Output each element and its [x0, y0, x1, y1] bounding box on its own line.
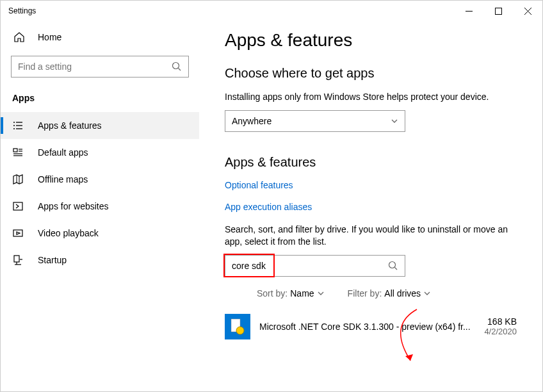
- nav-label: Apps for websites: [38, 201, 109, 211]
- svg-rect-20: [13, 230, 22, 236]
- apps-heading: Apps & features: [225, 155, 517, 170]
- map-icon: [12, 174, 24, 185]
- websites-icon: [12, 200, 24, 212]
- chevron-down-icon: [423, 290, 431, 297]
- default-icon: [12, 147, 24, 158]
- app-name: Microsoft .NET Core SDK 3.1.300 - previe…: [259, 322, 484, 332]
- svg-point-26: [389, 261, 396, 268]
- chevron-down-icon: [317, 290, 325, 297]
- find-setting-search[interactable]: [11, 56, 189, 78]
- dropdown-value: Anywhere: [232, 116, 391, 126]
- window-title: Settings: [8, 6, 36, 15]
- filter-label: Filter by:: [348, 288, 382, 298]
- home-icon: [13, 31, 25, 43]
- app-info: Microsoft .NET Core SDK 3.1.300 - previe…: [259, 322, 484, 332]
- svg-rect-12: [13, 149, 17, 152]
- home-label: Home: [38, 32, 61, 42]
- window-controls: [454, 1, 542, 21]
- filter-value: All drives: [384, 288, 421, 298]
- sort-by-control[interactable]: Sort by: Name: [257, 288, 325, 298]
- nav-label: Startup: [38, 255, 67, 265]
- svg-marker-21: [17, 232, 20, 234]
- nav-label: Offline maps: [38, 174, 88, 184]
- svg-rect-1: [495, 8, 501, 14]
- svg-rect-19: [13, 202, 22, 210]
- svg-rect-22: [14, 256, 19, 262]
- chevron-down-icon: [391, 117, 398, 125]
- content-area: Home Apps Apps & features Default apps O…: [1, 21, 542, 391]
- choose-description: Installing apps only from Windows Store …: [225, 91, 517, 104]
- maximize-button[interactable]: [483, 1, 513, 21]
- nav-offline-maps[interactable]: Offline maps: [1, 166, 199, 193]
- svg-line-27: [395, 267, 398, 270]
- svg-rect-31: [238, 329, 242, 332]
- sort-value: Name: [290, 288, 314, 298]
- nav-label: Apps & features: [38, 120, 102, 131]
- search-icon: [172, 61, 182, 72]
- app-list-item[interactable]: Microsoft .NET Core SDK 3.1.300 - previe…: [225, 310, 517, 343]
- app-icon: [225, 314, 250, 339]
- page-title: Apps & features: [225, 30, 517, 51]
- app-meta: 168 KB 4/2/2020: [484, 316, 517, 336]
- close-icon: [524, 8, 531, 15]
- nav-label: Video playback: [38, 228, 99, 238]
- source-dropdown[interactable]: Anywhere: [225, 110, 405, 132]
- app-date: 4/2/2020: [484, 327, 517, 336]
- choose-heading: Choose where to get apps: [225, 66, 517, 81]
- minimize-button[interactable]: [454, 1, 483, 21]
- search-icon: [388, 261, 398, 271]
- search-help-text: Search, sort, and filter by drive. If yo…: [225, 224, 517, 249]
- list-icon: [12, 120, 24, 131]
- sort-filter-bar: Sort by: Name Filter by: All drives: [257, 288, 517, 298]
- nav-video-playback[interactable]: Video playback: [1, 220, 199, 247]
- optional-features-link[interactable]: Optional features: [225, 180, 517, 190]
- maximize-icon: [495, 8, 502, 15]
- app-size: 168 KB: [484, 316, 517, 327]
- sidebar: Home Apps Apps & features Default apps O…: [1, 21, 199, 391]
- app-search-input[interactable]: [232, 261, 388, 271]
- find-setting-input[interactable]: [18, 61, 172, 72]
- nav-apps-features[interactable]: Apps & features: [1, 112, 199, 139]
- nav-default-apps[interactable]: Default apps: [1, 139, 199, 166]
- home-nav[interactable]: Home: [1, 25, 199, 49]
- close-button[interactable]: [513, 1, 542, 21]
- app-search-box[interactable]: [225, 255, 405, 277]
- svg-point-4: [173, 63, 179, 69]
- startup-icon: [12, 254, 24, 266]
- app-execution-aliases-link[interactable]: App execution aliases: [225, 202, 517, 212]
- video-icon: [12, 227, 24, 239]
- nav-label: Default apps: [38, 147, 88, 158]
- main-panel: Apps & features Choose where to get apps…: [199, 21, 542, 391]
- svg-line-5: [179, 69, 181, 71]
- svg-marker-32: [405, 354, 413, 361]
- titlebar: Settings: [1, 1, 542, 21]
- minimize-icon: [466, 8, 473, 15]
- nav-startup[interactable]: Startup: [1, 247, 199, 274]
- sort-label: Sort by:: [257, 288, 288, 298]
- sidebar-section-header: Apps: [1, 89, 199, 112]
- filter-by-control[interactable]: Filter by: All drives: [348, 288, 431, 298]
- nav-apps-websites[interactable]: Apps for websites: [1, 193, 199, 220]
